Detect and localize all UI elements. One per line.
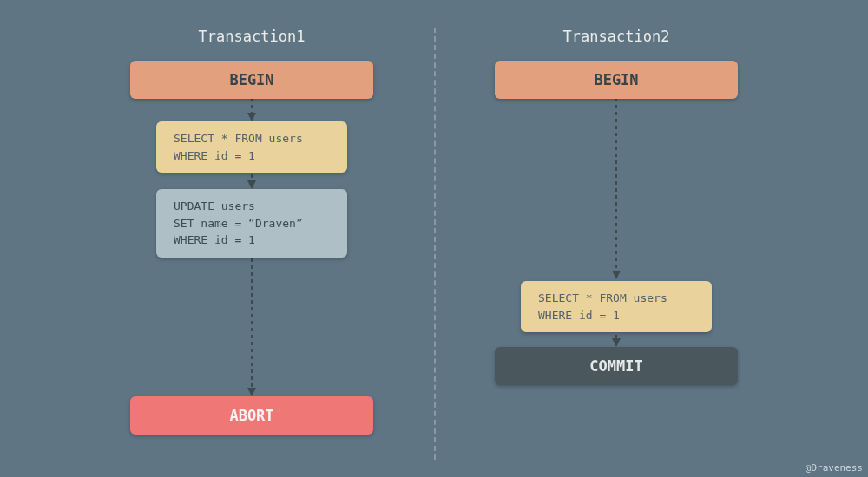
- t1-abort-label: ABORT: [229, 407, 273, 424]
- t2-begin-box: BEGIN: [495, 61, 738, 99]
- t1-select-box: SELECT * FROM users WHERE id = 1: [156, 121, 347, 173]
- svg-marker-3: [247, 180, 256, 189]
- transaction1-title: Transaction1: [130, 28, 373, 45]
- t2-select-box: SELECT * FROM users WHERE id = 1: [521, 281, 712, 332]
- svg-marker-7: [612, 271, 621, 279]
- t2-begin-label: BEGIN: [594, 71, 638, 88]
- t2-commit-box: COMMIT: [495, 347, 738, 385]
- diagram-canvas: { "transactions": { "t1": { "title": "Tr…: [0, 0, 868, 477]
- t1-select-code: SELECT * FROM users WHERE id = 1: [174, 132, 303, 162]
- column-divider: [434, 28, 436, 460]
- t1-begin-box: BEGIN: [130, 61, 373, 99]
- svg-marker-1: [247, 113, 256, 121]
- t1-update-code: UPDATE users SET name = “Draven” WHERE i…: [174, 199, 303, 246]
- t2-commit-label: COMMIT: [589, 357, 642, 375]
- t1-abort-box: ABORT: [130, 396, 373, 435]
- t1-update-box: UPDATE users SET name = “Draven” WHERE i…: [156, 189, 347, 258]
- transaction2-title: Transaction2: [495, 28, 738, 45]
- credit-label: @Draveness: [806, 462, 863, 474]
- svg-marker-5: [247, 388, 256, 396]
- t1-begin-label: BEGIN: [229, 71, 273, 88]
- svg-marker-9: [612, 338, 621, 347]
- t2-select-code: SELECT * FROM users WHERE id = 1: [538, 291, 667, 322]
